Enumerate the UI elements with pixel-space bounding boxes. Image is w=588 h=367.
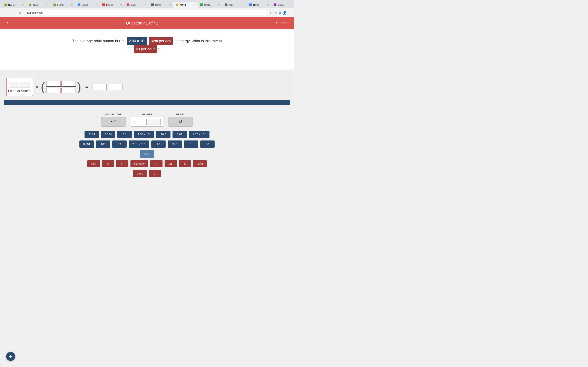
num-btn-1e5[interactable]: 1.15 × 10⁵ <box>189 131 209 138</box>
tab-favicon-chat <box>200 3 203 6</box>
unit-btn-j[interactable]: J <box>149 170 161 177</box>
add-factor-label: ADD FACTOR <box>105 113 122 116</box>
fraction <box>46 81 76 93</box>
fraction-numerator-1[interactable] <box>46 81 61 86</box>
tab-favicon-aktiv <box>176 3 178 6</box>
num-btn-20[interactable]: 20.0 <box>156 131 171 138</box>
tab-home[interactable]: Home ( × <box>247 2 271 8</box>
num-btn-100[interactable]: 100 <box>96 141 110 148</box>
num-btn-4184[interactable]: 4184 <box>85 131 99 138</box>
unit-btn-min[interactable]: min <box>102 160 114 167</box>
tab-inbox-2[interactable]: Inbox ( × <box>124 2 149 8</box>
answer-display: = <box>131 117 163 127</box>
unit-row-2: days J <box>133 170 161 177</box>
tab-close-group[interactable]: × <box>96 3 97 6</box>
tab-label-inbox-2: Inbox ( <box>131 4 138 6</box>
fraction-denominator-1[interactable] <box>46 88 61 93</box>
num-btn-2e3[interactable]: 2.00 × 10³ <box>134 131 154 138</box>
unit-btn-kcal[interactable]: kcal <box>87 160 100 167</box>
tab-group[interactable]: Group × <box>75 2 100 8</box>
num-btn-001[interactable]: 0.01 <box>173 131 187 138</box>
tab-01-08-1[interactable]: 01.08 ( × <box>26 2 51 8</box>
reset-group: RESET ↺ <box>168 113 193 127</box>
equation-row: STARTING AMOUNT × ( ) = <box>4 74 290 100</box>
menu-icon[interactable]: ⋮ <box>288 11 292 15</box>
tab-01-08-2[interactable]: 01.08 ( × <box>51 2 75 8</box>
answer-eq-sign: = <box>133 120 136 124</box>
app-header: ‹ Question 41 of 42 Submit <box>0 17 294 29</box>
tab-label-math: Mathu <box>278 4 284 6</box>
num-btn-01[interactable]: 0.1 <box>112 141 127 148</box>
cast-icon: ⊡ <box>270 11 273 15</box>
forward-nav-button[interactable]: → <box>10 10 16 16</box>
tab-close-01-08-1[interactable]: × <box>47 3 48 6</box>
tab-close-aktiv[interactable]: × <box>194 3 195 6</box>
add-factor-button[interactable]: × ( ) <box>101 117 126 127</box>
tab-math[interactable]: Mathu × <box>271 2 294 8</box>
address-input[interactable] <box>25 10 268 15</box>
num-btn-1000[interactable]: 1000 <box>140 150 154 158</box>
tab-close-hw1[interactable]: × <box>22 3 24 6</box>
num-btn-60[interactable]: 60 <box>200 141 215 148</box>
tab-hw1[interactable]: HW 1 ( × <box>2 2 26 8</box>
extensions-icon: ⧉ <box>279 11 281 15</box>
starting-amount-input-1[interactable] <box>9 82 19 87</box>
answer-group: ANSWER = <box>131 113 163 127</box>
unit-row-1: kcal min hr kcal/day s cal kJ kJ/hr <box>87 160 207 167</box>
num-btn-0001[interactable]: 0.001 <box>79 141 94 148</box>
result-input-1[interactable] <box>92 83 107 90</box>
equals-sign: = <box>85 84 88 90</box>
tab-close-https[interactable]: × <box>243 3 244 6</box>
unit-btn-kj[interactable]: kJ <box>179 160 191 167</box>
tab-label-chat: ChatG <box>204 4 211 6</box>
unit-btn-kjhr[interactable]: kJ/hr <box>193 160 207 167</box>
tab-close-math[interactable]: × <box>292 3 293 6</box>
tab-close-home[interactable]: × <box>267 3 269 6</box>
fraction-denominator-2[interactable] <box>61 88 76 93</box>
back-nav-button[interactable]: ← <box>2 10 8 16</box>
unit-btn-kcal-day[interactable]: kcal/day <box>130 160 148 167</box>
num-btn-10[interactable]: 10 <box>151 141 165 148</box>
back-button[interactable]: ‹ <box>7 20 8 26</box>
tab-chat[interactable]: ChatG × <box>198 2 222 8</box>
num-btn-24[interactable]: 24 <box>117 131 132 138</box>
num-btn-4184-dec[interactable]: 4.184 <box>101 131 115 138</box>
unit-btn-hr[interactable]: hr <box>116 160 129 167</box>
starting-amount-input-2[interactable] <box>20 82 30 87</box>
answer-input[interactable] <box>146 119 161 125</box>
tab-comp[interactable]: Comp ( × <box>149 2 173 8</box>
tab-close-inbox-2[interactable]: × <box>145 3 146 6</box>
result-input-2[interactable] <box>108 83 122 90</box>
tab-label-01-08-2: 01.08 ( <box>57 4 64 6</box>
num-btn-1[interactable]: 1 <box>184 141 198 148</box>
question-text-middle: in energy. What is this rate in <box>175 39 222 43</box>
tab-label-inbox-1: Inbox ( <box>106 4 113 6</box>
tab-close-chat[interactable]: × <box>218 3 220 6</box>
tab-favicon-01-08-2 <box>53 3 56 6</box>
value2-highlight: kcal per day <box>149 37 173 45</box>
reload-button[interactable]: ↻ <box>17 10 23 16</box>
submit-button[interactable]: Submit <box>276 21 287 25</box>
unit-btn-days[interactable]: days <box>133 170 147 177</box>
unit-btn-s[interactable]: s <box>150 160 163 167</box>
profile-icon: 👤 <box>283 11 287 15</box>
tab-favicon-home <box>249 3 252 6</box>
reset-button[interactable]: ↺ <box>168 117 193 127</box>
tab-inbox-1[interactable]: Inbox ( × <box>100 2 124 8</box>
num-btn-349[interactable]: 349 <box>168 141 182 148</box>
tab-favicon-group <box>78 3 80 6</box>
tab-label-home: Home ( <box>253 4 260 6</box>
add-factor-group: ADD FACTOR × ( ) <box>101 113 126 127</box>
tab-close-comp[interactable]: × <box>169 3 171 6</box>
tab-aktiv[interactable]: Aktiv ( × <box>173 2 198 8</box>
browser-chrome: HW 1 ( × 01.08 ( × 01.08 ( × Group × Inb… <box>0 0 294 17</box>
bottom-panel: ADD FACTOR × ( ) ANSWER = RESET ↺ 4184 4… <box>0 109 294 183</box>
unit-btn-cal[interactable]: cal <box>164 160 177 167</box>
tab-https[interactable]: https: × <box>222 2 247 8</box>
fraction-numerator-2[interactable] <box>61 81 76 86</box>
tab-close-01-08-2[interactable]: × <box>71 3 73 6</box>
num-btn-2e6[interactable]: 2.01 × 10⁶ <box>129 141 149 148</box>
tab-label-01-08-1: 01.08 ( <box>33 4 40 6</box>
tab-favicon-01-08-1 <box>29 3 31 6</box>
tab-close-inbox-1[interactable]: × <box>120 3 122 6</box>
